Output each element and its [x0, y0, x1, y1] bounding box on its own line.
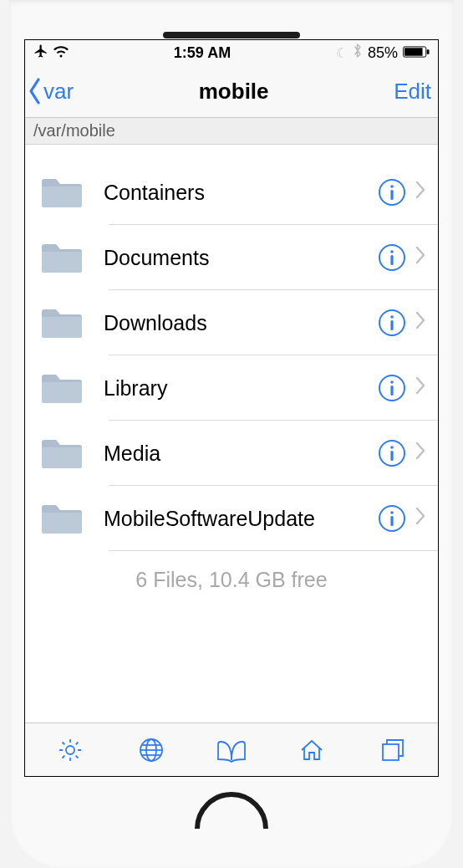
info-button[interactable] — [378, 243, 406, 272]
file-name: Containers — [104, 181, 378, 205]
folder-icon — [40, 436, 84, 471]
file-name: Media — [104, 442, 378, 466]
edit-button[interactable]: Edit — [394, 79, 431, 105]
file-row[interactable]: Media — [25, 421, 438, 486]
svg-rect-17 — [390, 451, 393, 461]
battery-percentage: 85% — [368, 44, 398, 62]
info-button[interactable] — [378, 374, 406, 402]
back-button[interactable]: var — [27, 77, 74, 105]
svg-rect-1 — [404, 48, 423, 55]
info-button[interactable] — [378, 309, 406, 337]
file-list: Containers Documents — [25, 145, 438, 722]
folder-icon — [40, 175, 84, 210]
network-button[interactable] — [135, 733, 168, 767]
svg-rect-11 — [390, 320, 393, 330]
home-button[interactable] — [295, 733, 328, 767]
do-not-disturb-icon: ☾ — [336, 45, 348, 61]
svg-point-10 — [390, 315, 394, 319]
info-button[interactable] — [378, 178, 406, 207]
status-bar: 1:59 AM ☾ 85% — [25, 40, 438, 65]
bottom-toolbar — [25, 722, 438, 776]
file-row[interactable]: Library — [25, 355, 438, 421]
svg-point-19 — [390, 511, 394, 514]
folder-icon — [40, 370, 84, 406]
chevron-right-icon[interactable] — [415, 245, 430, 270]
chevron-right-icon[interactable] — [415, 441, 430, 466]
page-title: mobile — [199, 79, 269, 105]
svg-point-7 — [390, 250, 394, 253]
chevron-right-icon[interactable] — [415, 375, 430, 401]
windows-button[interactable] — [376, 733, 410, 767]
file-name: Library — [104, 376, 378, 401]
svg-point-4 — [390, 185, 394, 188]
svg-rect-5 — [390, 190, 393, 200]
info-button[interactable] — [378, 439, 406, 467]
file-name: Downloads — [104, 311, 378, 335]
svg-rect-14 — [390, 385, 393, 396]
navigation-bar: var mobile Edit — [25, 65, 438, 118]
svg-rect-2 — [427, 49, 430, 54]
svg-point-13 — [390, 380, 394, 384]
svg-point-16 — [390, 446, 394, 449]
bookmarks-button[interactable] — [215, 733, 248, 767]
status-time: 1:59 AM — [174, 44, 231, 62]
chevron-right-icon[interactable] — [415, 310, 430, 335]
wifi-icon — [53, 44, 69, 62]
svg-rect-8 — [390, 255, 393, 265]
folder-icon — [40, 240, 84, 275]
chevron-right-icon[interactable] — [415, 506, 430, 531]
folder-icon — [40, 501, 84, 536]
file-name: MobileSoftwareUpdate — [104, 507, 378, 531]
file-row[interactable]: Downloads — [25, 290, 438, 355]
folder-icon — [40, 305, 84, 340]
list-summary: 6 Files, 10.4 GB free — [25, 568, 438, 592]
settings-button[interactable] — [53, 733, 87, 767]
svg-point-21 — [66, 746, 74, 754]
chevron-right-icon[interactable] — [415, 180, 430, 205]
path-display: /var/mobile — [25, 118, 438, 145]
file-row[interactable]: Documents — [25, 225, 438, 290]
svg-rect-27 — [383, 744, 399, 760]
airplane-mode-icon — [33, 43, 48, 63]
svg-rect-20 — [390, 516, 393, 526]
file-row[interactable]: MobileSoftwareUpdate — [25, 486, 438, 551]
file-row[interactable]: Containers — [25, 160, 438, 225]
back-button-label: var — [43, 79, 74, 105]
battery-icon — [403, 44, 430, 62]
file-name: Documents — [104, 246, 378, 270]
info-button[interactable] — [378, 504, 406, 533]
bluetooth-icon — [353, 43, 363, 63]
